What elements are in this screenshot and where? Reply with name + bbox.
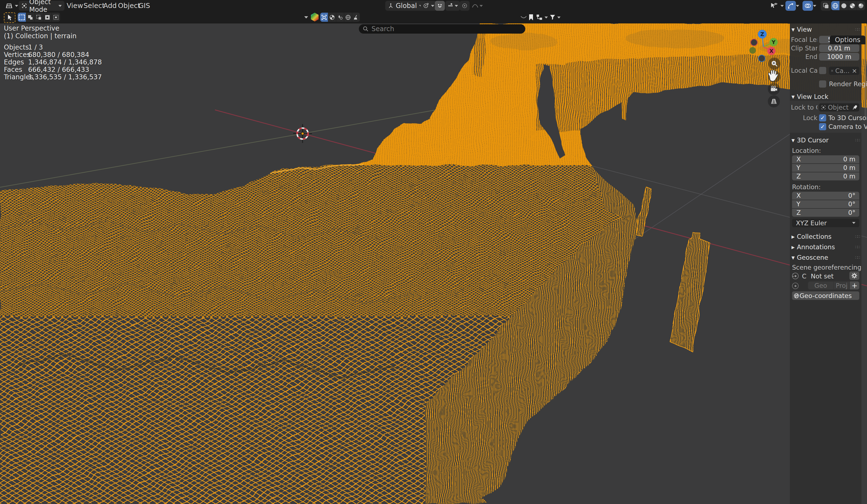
- cursor-rotation-x[interactable]: X0°: [792, 192, 859, 200]
- check-icon: ✓: [821, 123, 825, 130]
- bookmark-button[interactable]: [527, 12, 535, 22]
- toggle-ortho-button[interactable]: [768, 95, 780, 107]
- object-visibility-dropdown[interactable]: [768, 1, 785, 11]
- proj-button[interactable]: Proj: [834, 282, 850, 289]
- select-mode-set-button[interactable]: [18, 13, 26, 22]
- select-mode-invert-button[interactable]: [43, 13, 52, 22]
- check-icon: ✓: [821, 114, 825, 121]
- panel-collections-header[interactable]: ▸ Collections ∷∷: [792, 232, 860, 241]
- search-input[interactable]: Search: [359, 24, 525, 34]
- panel-geoscene-header[interactable]: ▾ Geoscene ∷∷: [792, 253, 860, 262]
- tree-icon: [536, 14, 543, 21]
- render-region-checkbox[interactable]: [819, 80, 826, 88]
- transform-orientation-dropdown[interactable]: Global: [385, 1, 425, 11]
- pivot-point-dropdown[interactable]: [420, 1, 437, 11]
- contrast-sphere-button[interactable]: [328, 13, 336, 22]
- local-camera-value: Ca...: [835, 67, 850, 74]
- gear-icon: [851, 273, 857, 279]
- eyedropper-icon[interactable]: [853, 105, 857, 110]
- options-button[interactable]: Options: [830, 35, 865, 44]
- color-hexagon-icon[interactable]: [311, 13, 319, 21]
- panel-grip-icon[interactable]: ∷∷: [855, 244, 860, 250]
- panel-grip-icon[interactable]: ∷∷: [855, 234, 860, 239]
- stat-label: Vertices: [4, 51, 30, 59]
- clip-end-field[interactable]: 1000 m: [819, 53, 859, 61]
- proportional-falloff-dropdown[interactable]: [470, 1, 484, 11]
- close-icon[interactable]: ×: [852, 67, 857, 74]
- active-tool-tweak-button[interactable]: [4, 12, 15, 23]
- snap-target-dropdown[interactable]: [445, 1, 460, 11]
- mode-dropdown[interactable]: Object Mode: [19, 1, 64, 11]
- geo-button[interactable]: Geo: [808, 282, 833, 289]
- panel-view-header[interactable]: ▾ View ∷∷: [792, 25, 860, 34]
- overlays-dropdown[interactable]: [812, 1, 817, 11]
- panel-grip-icon[interactable]: ∷∷: [855, 27, 860, 32]
- 3d-viewport[interactable]: User Perspective (1) Collection | terrai…: [0, 23, 867, 504]
- proportional-editing-toggle[interactable]: [460, 1, 470, 11]
- show-gizmo-toggle[interactable]: [785, 1, 796, 11]
- hierarchy-dropdown[interactable]: [535, 12, 549, 22]
- cursor-location-y[interactable]: Y0 m: [792, 164, 859, 172]
- object-icon: [831, 68, 833, 73]
- chevron-down-icon[interactable]: [304, 16, 308, 19]
- editor-3d-viewport-icon: [4, 2, 13, 9]
- lock-to-object-field[interactable]: Object: [819, 103, 859, 111]
- panel-grip-icon[interactable]: ∷∷: [855, 255, 860, 260]
- gizmo-dropdown[interactable]: [795, 1, 800, 11]
- shading-material-button[interactable]: [848, 1, 857, 10]
- show-overlays-toggle[interactable]: [803, 1, 813, 11]
- chevron-down-icon: [557, 17, 560, 19]
- crs2-radio[interactable]: [792, 283, 799, 289]
- select-mode-group: [18, 13, 60, 22]
- menu-gis[interactable]: GIS: [136, 0, 153, 12]
- lock-to-3d-cursor-checkbox[interactable]: ✓: [819, 114, 826, 121]
- camera-to-view-checkbox[interactable]: ✓: [819, 123, 826, 130]
- filter-dropdown[interactable]: [548, 12, 562, 22]
- shading-dropdown[interactable]: [859, 1, 865, 11]
- editor-type-button[interactable]: [3, 1, 20, 11]
- cursor-rotation-y[interactable]: Y0°: [792, 200, 859, 208]
- stat-value: 1,336,535 / 1,336,537: [28, 74, 102, 81]
- select-mode-extend-button[interactable]: [26, 13, 34, 22]
- shading-solid-button[interactable]: [840, 1, 848, 10]
- magnifier-plus-icon: [771, 60, 778, 67]
- rotation-order-dropdown[interactable]: XYZ Euler: [792, 219, 859, 227]
- rotation-label: Rotation:: [792, 184, 821, 190]
- select-mode-subtract-button[interactable]: [35, 13, 43, 22]
- geo-coordinates-label: Geo-coordinates: [800, 292, 852, 299]
- n-panel-sidebar: ▾ View ∷∷ Focal Len... 50 mm Clip Start …: [790, 23, 861, 504]
- stat-value: 680,380 / 680,384: [28, 51, 89, 59]
- zoom-button[interactable]: [768, 57, 780, 70]
- chevron-down-icon: [860, 5, 864, 7]
- object-icon: [821, 105, 826, 110]
- shading-wireframe-button[interactable]: [831, 1, 839, 10]
- droplet-sphere-button[interactable]: [336, 13, 344, 22]
- clip-start-field[interactable]: 0.01 m: [819, 44, 859, 52]
- magnet-icon: [437, 3, 443, 9]
- panel-view-lock-header[interactable]: ▾ View Lock: [792, 92, 860, 101]
- visibility-pointer-eye-icon: [770, 2, 778, 9]
- broom-button[interactable]: [352, 13, 360, 22]
- cursor-location-z[interactable]: Z0 m: [792, 172, 859, 180]
- xray-toggle[interactable]: [821, 1, 831, 11]
- panel-annotations-header[interactable]: ▸ Annotations ∷∷: [792, 243, 860, 251]
- cursor-location-x[interactable]: X0 m: [792, 155, 859, 163]
- gizmo-arrow-icon: [788, 2, 794, 9]
- local-camera-field[interactable]: Ca... ×: [829, 67, 859, 75]
- geo-coordinates-button[interactable]: Geo-coordinates: [792, 292, 859, 300]
- mouse-hand-cursor: [766, 68, 780, 84]
- snapping-toggle[interactable]: [435, 1, 445, 11]
- panel-3d-cursor-header[interactable]: ▾ 3D Cursor ∷∷: [792, 136, 860, 144]
- camera-view-button[interactable]: [768, 83, 780, 95]
- local-camera-checkbox[interactable]: [819, 67, 826, 74]
- crs-radio[interactable]: [792, 273, 799, 279]
- region-brackets-button[interactable]: [320, 13, 328, 22]
- crs-settings-button[interactable]: [849, 272, 859, 280]
- chevron-collapsed-icon: ▸: [792, 243, 795, 251]
- panel-grip-icon[interactable]: ∷∷: [855, 138, 860, 143]
- cursor-rotation-z[interactable]: Z0°: [792, 209, 859, 217]
- viewport-stats-overlay: User Perspective (1) Collection | terrai…: [4, 25, 77, 81]
- add-crs-button[interactable]: +: [850, 282, 859, 289]
- select-mode-intersect-button[interactable]: [52, 13, 60, 22]
- globe-button[interactable]: [344, 13, 352, 22]
